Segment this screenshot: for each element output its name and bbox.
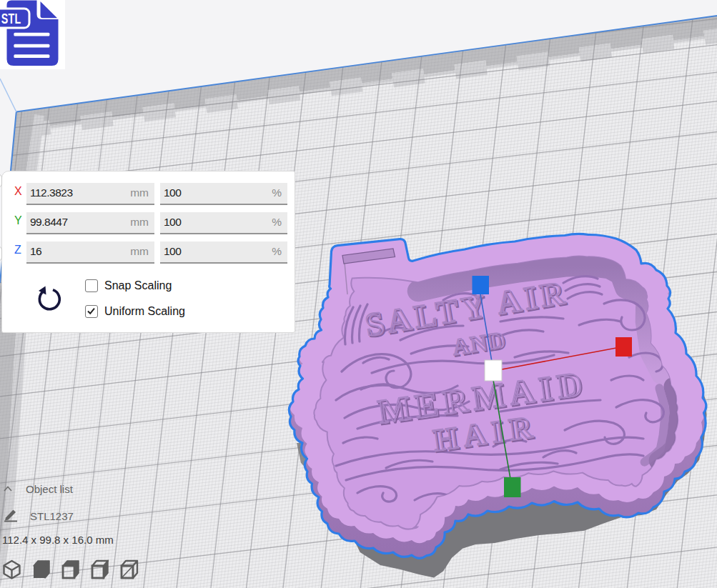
- svg-text:STL: STL: [1, 11, 21, 27]
